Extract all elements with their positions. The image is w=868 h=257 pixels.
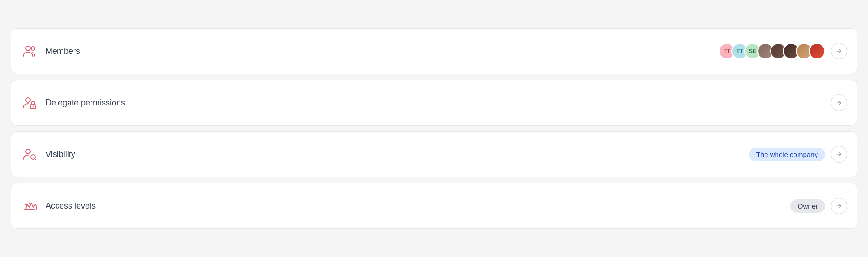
access-row[interactable]: Access levels Owner [11, 183, 857, 229]
avatar-photo-5 [809, 43, 825, 59]
members-label: Members [46, 47, 80, 56]
access-label: Access levels [46, 201, 96, 211]
svg-point-7 [25, 204, 27, 205]
visibility-badge: The whole company [749, 148, 825, 161]
delegate-row-left: Delegate permissions [21, 93, 831, 112]
svg-point-2 [26, 98, 30, 102]
members-row-right: TT TT SE [719, 43, 847, 59]
svg-point-0 [26, 46, 30, 51]
svg-point-5 [26, 149, 30, 154]
svg-point-1 [31, 47, 35, 50]
arrow-right-icon [835, 47, 843, 55]
svg-point-8 [34, 204, 35, 205]
members-arrow-button[interactable] [831, 43, 847, 59]
visibility-row-left: Visibility [21, 145, 749, 164]
visibility-label: Visibility [46, 150, 75, 159]
arrow-right-icon [835, 151, 843, 158]
members-row[interactable]: Members TT TT SE [11, 28, 857, 74]
delegate-row-right [831, 94, 847, 111]
access-icon [21, 197, 39, 215]
svg-point-4 [33, 106, 34, 107]
arrow-right-icon [835, 202, 843, 210]
access-row-left: Access levels [21, 197, 790, 215]
members-icon [21, 42, 39, 60]
delegate-row[interactable]: Delegate permissions [11, 80, 857, 126]
access-arrow-button[interactable] [831, 198, 847, 214]
avatars-group: TT TT SE [719, 43, 825, 59]
delegate-arrow-button[interactable] [831, 94, 847, 111]
members-row-left: Members [21, 42, 719, 60]
access-row-right: Owner [790, 198, 847, 214]
access-badge: Owner [790, 199, 825, 213]
delegate-icon [21, 93, 39, 112]
delegate-label: Delegate permissions [46, 98, 125, 108]
svg-point-9 [29, 203, 31, 204]
visibility-icon [21, 145, 39, 164]
visibility-row-right: The whole company [749, 146, 847, 163]
visibility-row[interactable]: Visibility The whole company [11, 131, 857, 177]
arrow-right-icon [835, 99, 843, 106]
visibility-arrow-button[interactable] [831, 146, 847, 163]
